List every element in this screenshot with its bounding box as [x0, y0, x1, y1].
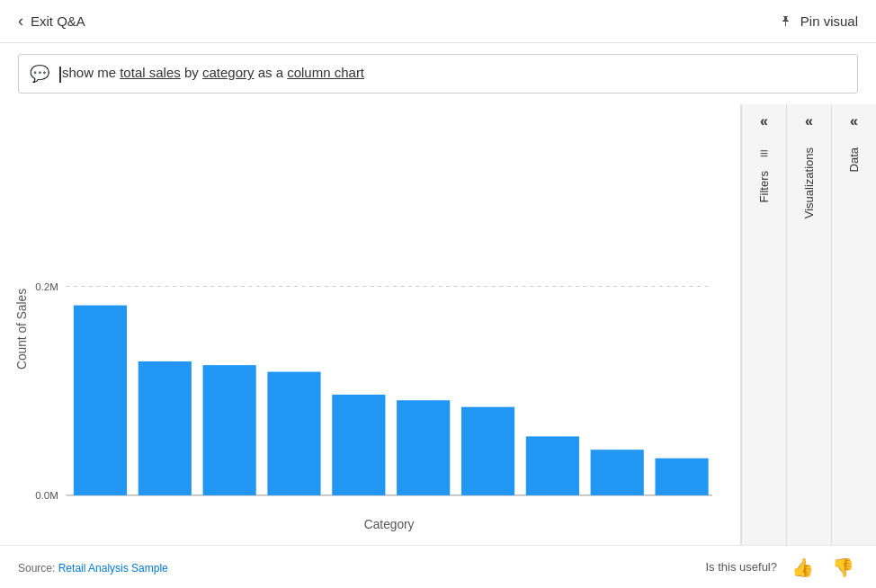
visualizations-panel: « Visualizations — [786, 104, 831, 545]
qa-search-bar[interactable]: 💬 show me total sales by category as a c… — [18, 54, 858, 94]
svg-text:0.2M: 0.2M — [35, 281, 58, 292]
filters-panel: « ≡ Filters — [741, 104, 786, 545]
main-content: Count of Sales 0.0M 0.2M 090-Home 040-Ju… — [0, 104, 876, 545]
source-link[interactable]: Retail Analysis Sample — [58, 562, 168, 575]
data-panel: « Data — [831, 104, 876, 545]
feedback-label: Is this useful? — [706, 560, 778, 574]
bar-090-home[interactable] — [74, 306, 127, 495]
bar-020-mens[interactable] — [203, 365, 256, 495]
header: ‹ Exit Q&A 🖈 Pin visual — [0, 0, 876, 43]
thumbs-down-button[interactable]: 👎 — [828, 555, 858, 580]
x-axis-label: Category — [364, 518, 415, 531]
bar-060-intimate[interactable] — [526, 436, 579, 495]
column-chart-token: column chart — [287, 65, 364, 80]
filters-collapse-button[interactable]: « — [742, 104, 786, 138]
bar-chart: Count of Sales 0.0M 0.2M 090-Home 040-Ju… — [9, 113, 731, 545]
svg-text:0.0M: 0.0M — [35, 489, 58, 501]
filters-icon: ≡ — [760, 146, 768, 162]
bar-100-groceries[interactable] — [655, 459, 708, 495]
source-prefix: Source: — [18, 562, 58, 575]
visualizations-panel-label: Visualizations — [802, 147, 816, 218]
search-bubble-icon: 💬 — [30, 64, 49, 84]
filters-panel-label: Filters — [757, 171, 771, 202]
y-axis-label: Count of Sales — [15, 289, 29, 370]
chart-area: Count of Sales 0.0M 0.2M 090-Home 040-Ju… — [0, 104, 741, 545]
back-icon: ‹ — [18, 12, 23, 31]
data-collapse-button[interactable]: « — [832, 104, 876, 138]
pin-visual-button[interactable]: 🖈 Pin visual — [779, 13, 858, 30]
pin-icon: 🖈 — [779, 13, 793, 30]
bar-050-shoes[interactable] — [461, 407, 514, 495]
total-sales-token: total sales — [120, 65, 181, 80]
bar-010-womens[interactable] — [397, 400, 450, 495]
data-panel-label: Data — [847, 147, 861, 172]
search-query-text: show me total sales by category as a col… — [58, 65, 846, 82]
pin-visual-label: Pin visual — [800, 13, 858, 29]
thumbs-up-button[interactable]: 👍 — [788, 555, 818, 580]
source-attribution: Source: Retail Analysis Sample — [18, 559, 168, 575]
footer: Source: Retail Analysis Sample Is this u… — [0, 545, 876, 588]
bar-070-hosiery[interactable] — [591, 450, 644, 495]
bar-080-accessories[interactable] — [332, 395, 385, 495]
visualizations-collapse-button[interactable]: « — [787, 104, 831, 138]
right-panels: « ≡ Filters « Visualizations « Data — [741, 104, 876, 545]
category-token: category — [202, 65, 255, 80]
exit-qa-button[interactable]: ‹ Exit Q&A — [18, 12, 85, 31]
text-cursor — [59, 67, 61, 83]
feedback-area: Is this useful? 👍 👎 — [706, 555, 859, 580]
bar-030-kids[interactable] — [267, 372, 320, 495]
exit-qa-label: Exit Q&A — [31, 13, 85, 29]
bar-040-juniors[interactable] — [139, 361, 192, 495]
